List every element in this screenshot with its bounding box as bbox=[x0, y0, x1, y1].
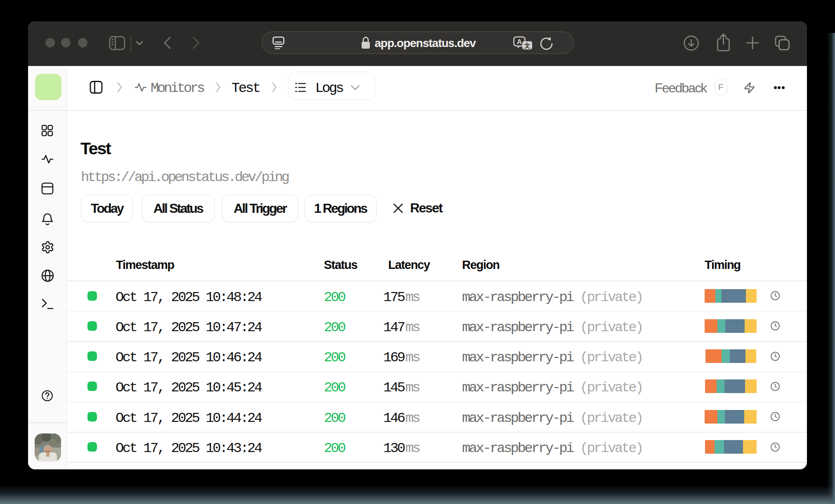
svg-text:文: 文 bbox=[524, 42, 531, 49]
svg-text:A: A bbox=[517, 38, 522, 46]
